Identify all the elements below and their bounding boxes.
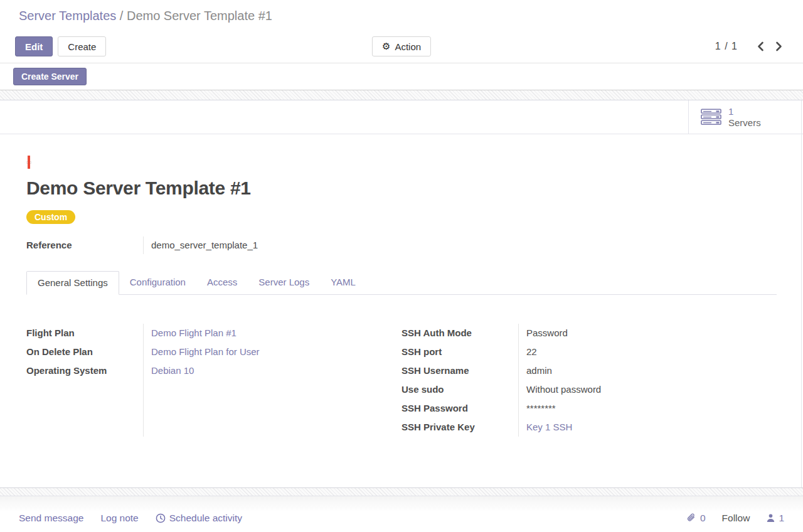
chevron-right-icon (775, 41, 782, 51)
ssh-auth-mode-value: Password (526, 327, 568, 338)
chevron-left-icon (757, 41, 764, 51)
paperclip-icon (686, 513, 697, 523)
edit-button[interactable]: Edit (15, 36, 53, 56)
operating-system-value-link[interactable]: Debian 10 (151, 365, 194, 376)
reference-field-value: demo_server_template_1 (143, 237, 258, 254)
schedule-activity-label: Schedule activity (169, 513, 242, 524)
send-message-button[interactable]: Send message (19, 513, 83, 524)
sheet-bottom-texture (0, 487, 803, 496)
log-note-button[interactable]: Log note (100, 513, 138, 524)
followers-button[interactable]: 1 (766, 513, 784, 524)
ssh-password-value: ******** (526, 403, 556, 413)
schedule-activity-button[interactable]: Schedule activity (156, 513, 242, 524)
ssh-private-key-value-link[interactable]: Key 1 SSH (526, 422, 572, 432)
tab-server-logs[interactable]: Server Logs (248, 271, 320, 295)
tab-yaml[interactable]: YAML (320, 271, 366, 295)
statusbar: Create Server (0, 63, 803, 90)
operating-system-label: Operating System (26, 361, 143, 380)
server-stack-icon (701, 109, 722, 125)
pager: 1 / 1 (715, 39, 788, 54)
tab-access[interactable]: Access (196, 271, 248, 295)
field-group-right: SSH Auth Mode SSH port SSH Username Use … (402, 324, 777, 437)
record-image-thumbnail (28, 156, 30, 169)
notebook-tabs: General Settings Configuration Access Se… (26, 271, 777, 295)
flight-plan-value-link[interactable]: Demo Flight Plan #1 (151, 327, 237, 338)
field-group-left: Flight Plan On Delete Plan Operating Sys… (26, 324, 402, 437)
flight-plan-label: Flight Plan (26, 324, 143, 343)
reference-field-label: Reference (26, 237, 143, 254)
ssh-username-value: admin (526, 365, 552, 376)
clock-icon (156, 513, 166, 523)
breadcrumb-separator: / (120, 9, 127, 23)
ssh-auth-mode-label: SSH Auth Mode (402, 324, 518, 343)
on-delete-plan-label: On Delete Plan (26, 343, 143, 361)
form-sheet: 1 Servers Demo Server Template #1 Custom… (0, 100, 803, 487)
action-button[interactable]: ⚙ Action (372, 36, 431, 56)
servers-stat-label: Servers (728, 117, 761, 128)
action-button-label: Action (395, 41, 421, 52)
pager-previous-button[interactable] (752, 39, 770, 54)
servers-stat-button[interactable]: 1 Servers (688, 100, 803, 134)
ssh-username-label: SSH Username (402, 361, 518, 380)
ssh-password-label: SSH Password (402, 399, 518, 418)
use-sudo-value: Without password (526, 384, 601, 395)
status-badge: Custom (26, 210, 75, 224)
tab-general-settings[interactable]: General Settings (26, 271, 119, 295)
servers-stat-value: 1 (728, 106, 733, 117)
follow-button[interactable]: Follow (722, 513, 750, 524)
breadcrumb-parent-link[interactable]: Server Templates (19, 9, 116, 23)
person-icon (766, 513, 775, 523)
create-server-button[interactable]: Create Server (13, 68, 87, 85)
pager-value: 1 / 1 (715, 41, 738, 52)
breadcrumb-current: Demo Server Template #1 (127, 9, 272, 23)
control-panel-buttons: Edit Create ⚙ Action 1 / 1 (0, 30, 803, 63)
gear-icon: ⚙ (382, 41, 390, 52)
field-groups: Flight Plan On Delete Plan Operating Sys… (26, 324, 777, 437)
ssh-private-key-label: SSH Private Key (402, 418, 518, 437)
ssh-port-label: SSH port (402, 343, 518, 361)
sheet-right-edge-line (801, 100, 802, 487)
attachments-count: 0 (700, 513, 706, 524)
followers-count: 1 (779, 513, 784, 524)
breadcrumb: Server Templates / Demo Server Template … (0, 0, 803, 30)
sheet-top-texture (0, 90, 803, 100)
tab-configuration[interactable]: Configuration (119, 271, 196, 295)
stat-button-box: 1 Servers (0, 100, 803, 134)
chatter-bar: Send message Log note Schedule activity … (0, 496, 803, 531)
pager-next-button[interactable] (770, 39, 788, 54)
create-button[interactable]: Create (58, 36, 106, 56)
use-sudo-label: Use sudo (402, 380, 518, 399)
attachments-button[interactable]: 0 (686, 513, 706, 524)
page-title: Demo Server Template #1 (26, 178, 777, 199)
on-delete-plan-value-link[interactable]: Demo Flight Plan for User (151, 346, 260, 357)
ssh-port-value: 22 (526, 346, 537, 357)
record-image[interactable] (26, 161, 31, 164)
sheet-body: Demo Server Template #1 Custom Reference… (0, 134, 803, 437)
reference-field-row: Reference demo_server_template_1 (26, 237, 777, 254)
control-panel: Server Templates / Demo Server Template … (0, 0, 803, 63)
